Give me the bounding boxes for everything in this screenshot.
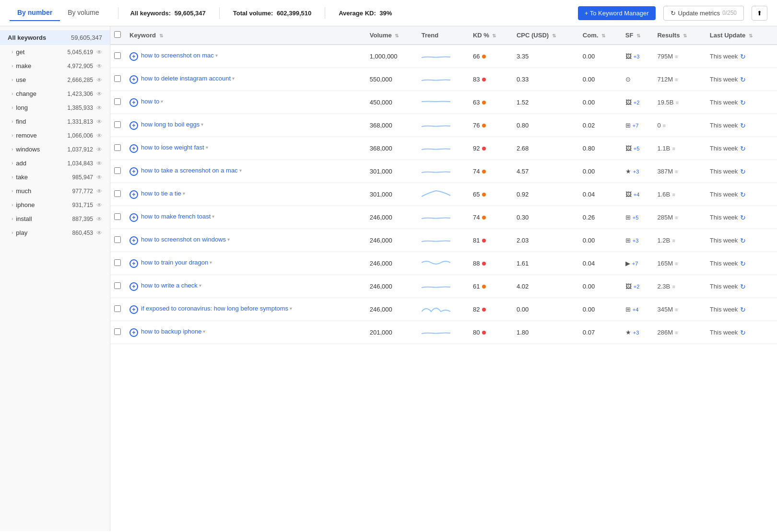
sidebar-item-much[interactable]: › much 977,772 👁 (0, 184, 110, 198)
keyword-link[interactable]: if exposed to coronavirus: how long befo… (141, 305, 288, 312)
row-checkbox[interactable] (114, 190, 121, 197)
add-keyword-button[interactable]: + (130, 52, 138, 61)
sidebar-item-play[interactable]: › play 860,453 👁 (0, 226, 110, 240)
refresh-row-icon[interactable]: ↻ (740, 53, 746, 60)
add-keyword-button[interactable]: + (130, 282, 138, 291)
row-checkbox[interactable] (114, 236, 121, 243)
keyword-dropdown-icon[interactable]: ▾ (212, 214, 214, 219)
tab-by-number[interactable]: By number (10, 5, 60, 21)
row-checkbox[interactable] (114, 259, 121, 266)
refresh-row-icon[interactable]: ↻ (740, 237, 746, 244)
sidebar-item-find[interactable]: › find 1,331,813 👁 (0, 115, 110, 128)
export-button[interactable]: ⬆ (752, 6, 767, 21)
refresh-row-icon[interactable]: ↻ (740, 191, 746, 198)
keyword-link[interactable]: how to lose weight fast (141, 144, 204, 151)
keyword-link[interactable]: how long to boil eggs (141, 121, 200, 128)
sidebar-item-windows[interactable]: › windows 1,037,912 👁 (0, 142, 110, 156)
refresh-row-icon[interactable]: ↻ (740, 214, 746, 221)
kd-dot (482, 147, 486, 150)
keyword-dropdown-icon[interactable]: ▾ (199, 283, 201, 288)
col-trend[interactable]: Trend (418, 26, 469, 45)
keyword-link[interactable]: how to take a screenshot on a mac (141, 167, 238, 174)
add-keyword-button[interactable]: + (130, 259, 138, 268)
row-checkbox[interactable] (114, 282, 121, 289)
keyword-dropdown-icon[interactable]: ▾ (203, 329, 205, 334)
add-keyword-button[interactable]: + (130, 167, 138, 176)
add-keyword-button[interactable]: + (130, 75, 138, 84)
keyword-dropdown-icon[interactable]: ▾ (161, 99, 163, 104)
keyword-link[interactable]: how to screenshot on mac (141, 52, 214, 59)
refresh-row-icon[interactable]: ↻ (740, 168, 746, 175)
keyword-dropdown-icon[interactable]: ▾ (183, 191, 185, 196)
keyword-dropdown-icon[interactable]: ▾ (201, 122, 203, 127)
row-checkbox[interactable] (114, 144, 121, 151)
refresh-row-icon[interactable]: ↻ (740, 122, 746, 129)
update-metrics-button[interactable]: ↻ Update metrics 0/250 (663, 6, 744, 21)
keyword-dropdown-icon[interactable]: ▾ (239, 168, 242, 173)
tab-by-volume[interactable]: By volume (60, 5, 106, 21)
add-keyword-button[interactable]: + (130, 213, 138, 222)
keyword-dropdown-icon[interactable]: ▾ (206, 145, 208, 150)
sidebar-item-use[interactable]: › use 2,666,285 👁 (0, 73, 110, 87)
refresh-row-icon[interactable]: ↻ (740, 99, 746, 106)
col-cpc[interactable]: CPC (USD) ⇅ (513, 26, 579, 45)
row-checkbox[interactable] (114, 167, 121, 174)
keyword-dropdown-icon[interactable]: ▾ (290, 306, 292, 311)
sidebar-item-add[interactable]: › add 1,034,843 👁 (0, 156, 110, 170)
sidebar-item-iphone[interactable]: › iphone 931,715 👁 (0, 198, 110, 212)
add-keyword-button[interactable]: + (130, 236, 138, 245)
row-checkbox[interactable] (114, 328, 121, 335)
sidebar-item-remove[interactable]: › remove 1,066,006 👁 (0, 128, 110, 142)
sidebar-item-long[interactable]: › long 1,385,933 👁 (0, 101, 110, 115)
keyword-dropdown-icon[interactable]: ▾ (215, 53, 218, 58)
refresh-row-icon[interactable]: ↻ (740, 283, 746, 290)
sidebar-item-get[interactable]: › get 5,045,619 👁 (0, 45, 110, 59)
refresh-row-icon[interactable]: ↻ (740, 306, 746, 313)
add-keyword-button[interactable]: + (130, 190, 138, 199)
col-sf[interactable]: SF ⇅ (622, 26, 654, 45)
col-volume[interactable]: Volume ⇅ (366, 26, 418, 45)
sidebar-item-take[interactable]: › take 985,947 👁 (0, 170, 110, 184)
sidebar-item-change[interactable]: › change 1,423,306 👁 (0, 87, 110, 101)
refresh-row-icon[interactable]: ↻ (740, 329, 746, 336)
row-checkbox[interactable] (114, 98, 121, 105)
sidebar-item-make[interactable]: › make 4,972,905 👁 (0, 59, 110, 73)
row-checkbox[interactable] (114, 121, 121, 128)
keyword-link[interactable]: how to (141, 98, 159, 105)
select-all-checkbox[interactable] (114, 31, 121, 38)
refresh-row-icon[interactable]: ↻ (740, 76, 746, 83)
add-keyword-button[interactable]: + (130, 121, 138, 130)
sidebar-chevron-icon: › (12, 161, 13, 166)
keyword-link[interactable]: how to write a check (141, 282, 198, 289)
last-update-value: This week (710, 99, 738, 106)
row-checkbox[interactable] (114, 52, 121, 59)
col-com[interactable]: Com. ⇅ (579, 26, 622, 45)
col-results[interactable]: Results ⇅ (653, 26, 706, 45)
add-keyword-button[interactable]: + (130, 305, 138, 314)
keyword-dropdown-icon[interactable]: ▾ (210, 260, 212, 265)
keyword-link[interactable]: how to screenshot on windows (141, 236, 226, 243)
trend-cell (418, 91, 469, 114)
keyword-link[interactable]: how to delete instagram account (141, 75, 231, 82)
sidebar-item-install[interactable]: › install 887,395 👁 (0, 212, 110, 226)
col-kd[interactable]: KD % ⇅ (469, 26, 513, 45)
row-checkbox[interactable] (114, 305, 121, 312)
keyword-dropdown-icon[interactable]: ▾ (227, 237, 230, 242)
keyword-link[interactable]: how to make french toast (141, 213, 211, 220)
keyword-link[interactable]: how to train your dragon (141, 259, 208, 266)
keyword-link[interactable]: how to tie a tie (141, 190, 181, 197)
add-keyword-button[interactable]: + (130, 328, 138, 337)
to-keyword-manager-button[interactable]: + To Keyword Manager (578, 6, 656, 20)
refresh-row-icon[interactable]: ↻ (740, 260, 746, 267)
col-keyword[interactable]: Keyword ⇅ (126, 26, 366, 45)
keyword-link[interactable]: how to backup iphone (141, 328, 201, 335)
add-keyword-button[interactable]: + (130, 144, 138, 153)
refresh-row-icon[interactable]: ↻ (740, 145, 746, 152)
add-keyword-button[interactable]: + (130, 98, 138, 107)
row-checkbox[interactable] (114, 75, 121, 82)
keyword-dropdown-icon[interactable]: ▾ (232, 76, 235, 81)
cpc-value: 1.61 (517, 260, 529, 267)
col-last-update[interactable]: Last Update ⇅ (706, 26, 777, 45)
trend-cell (418, 206, 469, 229)
row-checkbox[interactable] (114, 213, 121, 220)
